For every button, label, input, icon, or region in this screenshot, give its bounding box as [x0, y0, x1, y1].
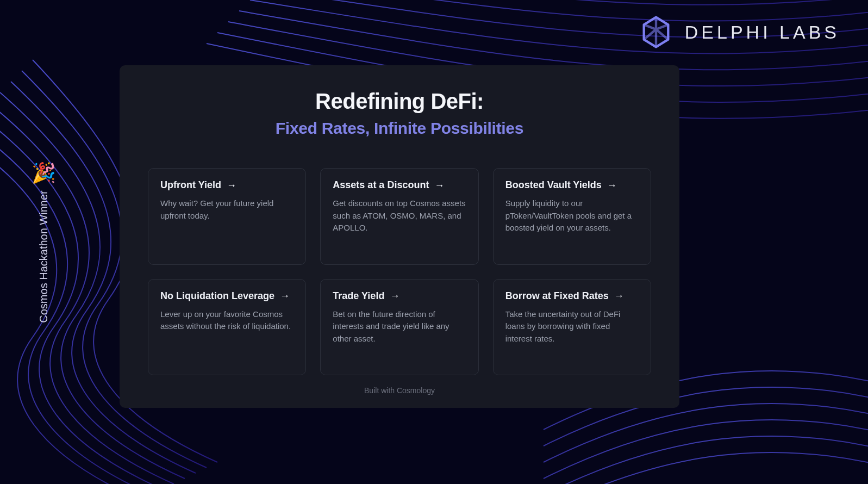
- card-title: Boosted Vault Yields: [505, 179, 602, 191]
- hero-title: Redefining DeFi:: [148, 89, 651, 114]
- card-description: Supply liquidity to our pToken/VaultToke…: [505, 197, 639, 234]
- card-trade-yield[interactable]: Trade Yield → Bet on the future directio…: [320, 279, 478, 376]
- card-description: Lever up on your favorite Cosmos assets …: [160, 308, 294, 333]
- card-borrow-fixed-rates[interactable]: Borrow at Fixed Rates → Take the uncerta…: [493, 279, 651, 376]
- arrow-right-icon: →: [227, 181, 236, 190]
- card-assets-discount[interactable]: Assets at a Discount → Get discounts on …: [320, 168, 478, 265]
- arrow-right-icon: →: [614, 291, 624, 301]
- card-title: Trade Yield: [333, 290, 384, 302]
- card-title: Assets at a Discount: [333, 179, 429, 191]
- arrow-right-icon: →: [280, 291, 290, 301]
- arrow-right-icon: →: [390, 291, 399, 301]
- party-popper-icon: 🎉: [32, 161, 56, 184]
- card-no-liquidation-leverage[interactable]: No Liquidation Leverage → Lever up on yo…: [148, 279, 306, 376]
- card-title: Borrow at Fixed Rates: [505, 290, 609, 302]
- card-description: Take the uncertainty out of DeFi loans b…: [505, 308, 639, 345]
- arrow-right-icon: →: [434, 181, 444, 190]
- delphi-logo-icon: [639, 15, 673, 49]
- feature-card-grid: Upfront Yield → Why wait? Get your futur…: [148, 168, 651, 375]
- hero-subtitle: Fixed Rates, Infinite Possibilities: [148, 119, 651, 138]
- arrow-right-icon: →: [607, 181, 617, 190]
- card-boosted-vault-yields[interactable]: Boosted Vault Yields → Supply liquidity …: [493, 168, 651, 265]
- hackathon-winner-badge: Cosmos Hackathon Winner 🎉: [32, 161, 56, 322]
- card-description: Bet on the future direction of interests…: [333, 308, 466, 345]
- card-title: Upfront Yield: [160, 179, 221, 191]
- card-description: Get discounts on top Cosmos assets such …: [333, 197, 466, 234]
- card-description: Why wait? Get your future yield upfront …: [160, 197, 294, 222]
- built-with-footer: Built with Cosmology: [148, 386, 651, 395]
- brand-header: DELPHI LABS: [639, 15, 840, 49]
- hackathon-winner-label: Cosmos Hackathon Winner: [38, 190, 50, 322]
- card-title: No Liquidation Leverage: [160, 290, 274, 302]
- main-panel: Redefining DeFi: Fixed Rates, Infinite P…: [120, 65, 679, 408]
- brand-name: DELPHI LABS: [685, 22, 840, 43]
- card-upfront-yield[interactable]: Upfront Yield → Why wait? Get your futur…: [148, 168, 306, 265]
